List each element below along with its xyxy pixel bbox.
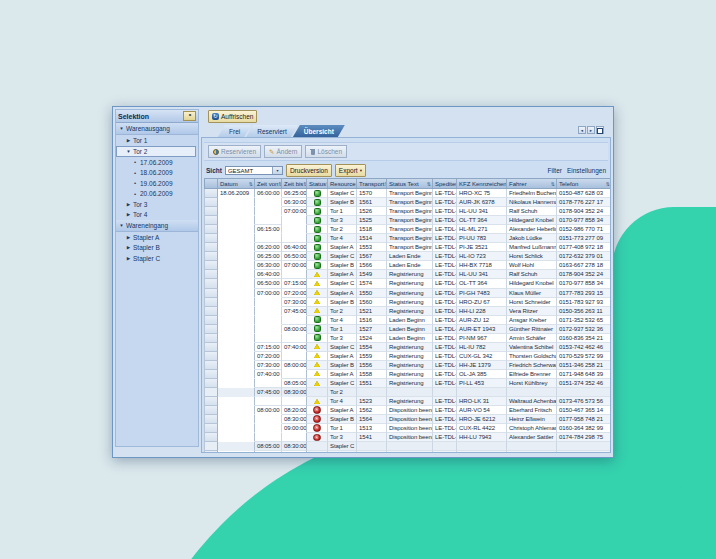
table-row[interactable]: Tor 41514Transport BeginnLE-TDL-02PI-UU … <box>205 234 610 243</box>
row-selector-cell[interactable] <box>205 234 218 243</box>
column-header-transport[interactable]: Transport⇅ <box>357 179 387 188</box>
tree-item-tor-4[interactable]: ▶Tor 4 <box>116 210 198 221</box>
row-selector-cell[interactable] <box>205 289 218 298</box>
tree-item-19-06-2009[interactable]: •19.06.2009 <box>116 178 198 189</box>
tab-frei[interactable]: Frei <box>218 125 251 137</box>
row-selector-cell[interactable] <box>205 388 218 397</box>
tab-bersicht[interactable]: Übersicht <box>293 125 345 137</box>
table-row[interactable]: Tor 41523RegistrierungLE-TDL-06HRO-LK 31… <box>205 397 610 406</box>
view-dropdown[interactable]: GESAMT ▼ <box>225 166 283 175</box>
table-row[interactable]: 08:20:0008:40:00Stapler A1568Disposition… <box>205 451 610 453</box>
row-selector-cell[interactable] <box>205 189 218 198</box>
table-row[interactable]: Tor 31541Disposition beendetLE-TDL-04HH-… <box>205 433 610 442</box>
row-selector-cell[interactable] <box>205 316 218 325</box>
table-row[interactable]: 07:15:0007:40:00Stapler C1554Registrieru… <box>205 343 610 352</box>
refresh-button[interactable]: ↻ Auffrischen <box>208 110 257 123</box>
table-row[interactable]: 18.06.200906:00:0006:25:00Stapler C1570T… <box>205 189 610 198</box>
column-header-fahrer[interactable]: Fahrer⇅ <box>507 179 557 188</box>
table-row[interactable]: 07:45:0008:30:00Tor 2 <box>205 388 610 397</box>
chevron-down-icon[interactable]: ▼ <box>272 167 282 174</box>
row-selector-cell[interactable] <box>205 298 218 307</box>
tree-item-tor-2[interactable]: ▼Tor 2 <box>116 146 196 158</box>
row-selector-cell[interactable] <box>205 424 218 433</box>
row-selector-cell[interactable] <box>205 361 218 370</box>
row-selector-cell[interactable] <box>205 261 218 270</box>
row-selector-cell[interactable] <box>205 379 218 388</box>
table-row[interactable]: 07:30:0008:00:00Stapler B1556Registrieru… <box>205 361 610 370</box>
row-selector-cell[interactable] <box>205 433 218 442</box>
sidebar-collapse-button[interactable]: ◂▸ <box>183 111 196 121</box>
tree-item-stapler-a[interactable]: ▶Stapler A <box>116 232 198 243</box>
column-header-kfz-kennzeichen[interactable]: KFZ Kennzeichen⇅ <box>457 179 507 188</box>
table-row[interactable]: 08:05:0008:30:00Stapler C <box>205 442 610 451</box>
tree-item-20-06-2009[interactable]: •20.06.2009 <box>116 189 198 200</box>
table-row[interactable]: 07:00:0007:20:00Stapler A1550Registrieru… <box>205 289 610 298</box>
tree-item-17-06-2009[interactable]: •17.06.2009 <box>116 157 198 168</box>
table-row[interactable]: 06:30:00Stapler B1561Transport BeginnLE-… <box>205 198 610 207</box>
row-selector-cell[interactable] <box>205 442 218 451</box>
table-row[interactable]: 06:50:0007:15:00Stapler C1574Registrieru… <box>205 279 610 288</box>
column-header-telefon[interactable]: Telefon⇅ <box>557 179 611 188</box>
row-selector-cell[interactable] <box>205 198 218 207</box>
row-selector-cell[interactable] <box>205 406 218 415</box>
row-selector-cell[interactable] <box>205 352 218 361</box>
row-selector-cell[interactable] <box>205 216 218 225</box>
tree-item-tor-1[interactable]: ▶Tor 1 <box>116 135 198 146</box>
column-header-resource[interactable]: Resource⇅ <box>328 179 357 188</box>
table-row[interactable]: 09:00:00Tor 11513Disposition beendetLE-T… <box>205 424 610 433</box>
row-selector-cell[interactable] <box>205 451 218 453</box>
tree-item-tor-3[interactable]: ▶Tor 3 <box>116 199 198 210</box>
table-row[interactable]: 08:05:00Stapler C1551RegistrierungLE-TDL… <box>205 379 610 388</box>
tree-item-wareneingang[interactable]: ▼Wareneingang <box>116 220 198 232</box>
table-row[interactable]: Tor 31524Laden BeginnLE-TDL-02PI-NM 967A… <box>205 334 610 343</box>
row-selector-cell[interactable] <box>205 325 218 334</box>
column-header-status[interactable]: Status⇅ <box>307 179 328 188</box>
table-row[interactable]: Tor 41516Laden BeginnLE-TDL-05AUR-ZU 12A… <box>205 316 610 325</box>
row-selector-cell[interactable] <box>205 270 218 279</box>
table-row[interactable]: 07:45:00Tor 21521RegistrierungLE-TDL-04H… <box>205 307 610 316</box>
row-selector-cell[interactable] <box>205 334 218 343</box>
table-row[interactable]: 08:30:00Stapler B1564Disposition beendet… <box>205 415 610 424</box>
table-row[interactable]: 07:40:00Stapler A1558RegistrierungLE-TDL… <box>205 370 610 379</box>
table-row[interactable]: 06:20:0006:40:00Stapler A1553Transport B… <box>205 243 610 252</box>
print-version-button[interactable]: Druckversion <box>286 164 332 177</box>
row-selector-cell[interactable] <box>205 252 218 261</box>
tab-reserviert[interactable]: Reserviert <box>246 125 298 137</box>
row-selector-cell[interactable] <box>205 307 218 316</box>
column-header-status-text[interactable]: Status Text⇅ <box>387 179 433 188</box>
table-row[interactable]: 07:00:00Tor 11526Transport BeginnLE-TDL-… <box>205 207 610 216</box>
table-row[interactable]: 06:25:0006:50:00Stapler C1567Laden EndeL… <box>205 252 610 261</box>
column-header-datum[interactable]: Datum⇅ <box>218 179 255 188</box>
table-row[interactable]: 06:40:00Stapler A1549RegistrierungLE-TDL… <box>205 270 610 279</box>
tree-item-stapler-c[interactable]: ▶Stapler C <box>116 253 198 264</box>
change-button[interactable]: ✎ Ändern <box>264 145 302 158</box>
tab-scroll-right-button[interactable]: ▸ <box>587 126 595 134</box>
table-row[interactable]: 08:00:00Tor 11527Laden BeginnLE-TDL-05AU… <box>205 325 610 334</box>
reserve-button[interactable]: Reservieren <box>208 145 261 158</box>
row-selector-cell[interactable] <box>205 225 218 234</box>
window-restore-button[interactable] <box>596 126 604 134</box>
row-selector-cell[interactable] <box>205 343 218 352</box>
tree-item-18-06-2009[interactable]: •18.06.2009 <box>116 168 198 179</box>
row-selector-cell[interactable] <box>205 415 218 424</box>
table-row[interactable]: 07:30:00Stapler B1560RegistrierungLE-TDL… <box>205 298 610 307</box>
filter-link[interactable]: Filter <box>548 167 562 174</box>
row-selector-cell[interactable] <box>205 397 218 406</box>
tree-item-stapler-b[interactable]: ▶Stapler B <box>116 243 198 254</box>
column-header-zeit-bis[interactable]: Zeit bis⇅ <box>282 179 307 188</box>
delete-button[interactable]: Löschen <box>305 145 347 158</box>
table-row[interactable]: Tor 31525Transport BeginnLE-TDL-07OL-TT … <box>205 216 610 225</box>
table-row[interactable]: 08:00:0008:20:00Stapler A1562Disposition… <box>205 406 610 415</box>
table-row[interactable]: 06:15:00Tor 21518Transport BeginnLE-TDL-… <box>205 225 610 234</box>
row-selector-cell[interactable] <box>205 207 218 216</box>
row-selector-cell[interactable] <box>205 243 218 252</box>
column-header-spediteur[interactable]: Spediteur⇅ <box>433 179 457 188</box>
settings-link[interactable]: Einstellungen <box>567 167 606 174</box>
tab-scroll-left-button[interactable]: ◂ <box>578 126 586 134</box>
row-selector-cell[interactable] <box>205 279 218 288</box>
table-row[interactable]: 07:20:00Stapler A1559RegistrierungLE-TDL… <box>205 352 610 361</box>
row-selector-cell[interactable] <box>205 370 218 379</box>
tree-item-warenausgang[interactable]: ▼Warenausgang <box>116 123 198 135</box>
column-header-zeit-von[interactable]: Zeit von⇅ <box>255 179 282 188</box>
table-row[interactable]: 06:30:0007:00:00Stapler B1566Laden EndeL… <box>205 261 610 270</box>
